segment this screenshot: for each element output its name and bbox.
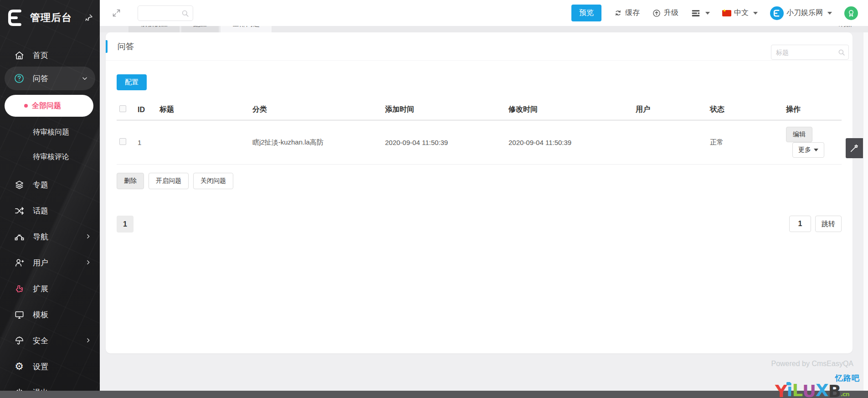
- refresh-icon: [614, 9, 622, 17]
- users-icon: [14, 257, 25, 268]
- cell-title: [157, 120, 250, 165]
- language-label: 中文: [734, 8, 749, 18]
- sidebar-item-navigation[interactable]: 导航: [0, 225, 100, 248]
- wm-letter: U: [802, 382, 816, 398]
- sidebar-item-users[interactable]: 用户: [0, 251, 100, 274]
- sidebar-subitem-label: 待审核评论: [33, 152, 69, 162]
- sidebar-item-qa[interactable]: 问答: [5, 67, 95, 90]
- topbar-search: [138, 5, 193, 21]
- tabstrip: 模板设置 配置 全部问题 刷新: [100, 26, 868, 32]
- sidebar-item-label: 安全: [33, 336, 85, 346]
- username-label: 小刀娱乐网: [786, 8, 823, 18]
- wm-letter: Y: [775, 382, 787, 398]
- sidebar-item-label: 导航: [33, 232, 85, 242]
- cell-category: 瞎j2扯淡-kuzhan.la高防: [250, 120, 382, 165]
- pagination: 1 跳转: [117, 216, 842, 233]
- page-number-button[interactable]: 1: [117, 216, 134, 233]
- select-all-checkbox[interactable]: [119, 105, 126, 112]
- caret-down-icon: [827, 12, 832, 15]
- cell-id: 1: [135, 120, 157, 165]
- search-icon[interactable]: [837, 48, 846, 57]
- magic-wand-icon: [849, 143, 859, 153]
- more-button[interactable]: 更多: [792, 142, 824, 158]
- sidebar-header: 管理后台: [0, 0, 100, 32]
- sidebar-subitem-label: 全部问题: [32, 101, 61, 111]
- question-circle-icon: [14, 73, 25, 84]
- preview-button[interactable]: 预览: [571, 5, 601, 21]
- upgrade-button[interactable]: 升级: [652, 8, 678, 18]
- sidebar-subitem-label: 待审核问题: [33, 128, 69, 137]
- server-stack-icon: [691, 8, 701, 18]
- sidebar-item-label: 设置: [33, 362, 92, 372]
- row-checkbox[interactable]: [119, 138, 126, 145]
- tab-config[interactable]: 配置: [181, 26, 219, 32]
- active-dot-icon: [24, 104, 28, 108]
- sidebar-menu: 首页 问答 全部问题 待审核问题 待审核评论 专题: [0, 44, 100, 398]
- chevron-down-icon: [82, 75, 88, 82]
- cache-button[interactable]: 缓存: [614, 8, 640, 18]
- umbrella-icon: [14, 335, 25, 346]
- questions-table: ID 标题 分类 添加时间 修改时间 用户 状态 操作 1 瞎j2扯淡-kuzh…: [117, 99, 842, 165]
- sidebar-subitem-all-questions[interactable]: 全部问题: [5, 95, 93, 117]
- title-search-input[interactable]: [771, 45, 848, 59]
- sidebar-item-topics[interactable]: 话题: [0, 199, 100, 222]
- tab-refresh[interactable]: 刷新: [839, 26, 853, 32]
- more-label: 更多: [798, 146, 811, 153]
- caret-down-icon: [814, 149, 818, 151]
- col-status: 状态: [707, 99, 783, 120]
- sidebar-item-label: 模板: [33, 310, 92, 320]
- sidebar-item-label: 首页: [33, 50, 92, 61]
- tab-all-questions[interactable]: 全部问题: [221, 26, 272, 32]
- shuffle-icon: [14, 205, 25, 216]
- jump-page-input[interactable]: [789, 216, 811, 232]
- col-user: 用户: [633, 99, 707, 120]
- cell-user: [633, 120, 707, 165]
- monitor-icon: [14, 309, 25, 320]
- page-title: 问答: [118, 41, 134, 52]
- scrollbar-track[interactable]: [863, 26, 868, 391]
- sidebar-item-label: 话题: [33, 206, 92, 216]
- chevron-right-icon: [85, 337, 92, 344]
- license-badge-button[interactable]: [844, 6, 858, 20]
- app-title: 管理后台: [30, 11, 84, 25]
- theme-wand-button[interactable]: [846, 138, 863, 158]
- award-rosette-icon: [847, 9, 856, 18]
- sidebar-subitem-pending-comments[interactable]: 待审核评论: [0, 146, 100, 168]
- sidebar-item-home[interactable]: 首页: [0, 44, 100, 67]
- sidebar-item-templates[interactable]: 模板: [0, 303, 100, 326]
- sidebar: 管理后台 首页 问答 全部问题 待审核问题 待: [0, 0, 100, 398]
- col-actions: 操作: [783, 99, 842, 120]
- tab-template-settings[interactable]: 模板设置: [128, 26, 180, 32]
- sidebar-item-security[interactable]: 安全: [0, 329, 100, 352]
- jump-button[interactable]: 跳转: [815, 216, 842, 232]
- search-icon[interactable]: [181, 9, 190, 18]
- upgrade-label: 升级: [664, 8, 678, 18]
- fullscreen-icon[interactable]: [112, 8, 121, 18]
- chevron-right-icon: [85, 259, 92, 266]
- edit-button[interactable]: 编辑: [786, 127, 812, 142]
- bottom-strip: [0, 391, 868, 398]
- layers-icon: [14, 179, 25, 190]
- close-question-button[interactable]: 关闭问题: [193, 173, 233, 189]
- col-category: 分类: [250, 99, 382, 120]
- topbar: 预览 缓存 升级 中文 小: [100, 0, 868, 26]
- cn-flag-icon: [722, 10, 731, 16]
- vector-path-icon: [14, 231, 25, 242]
- user-menu[interactable]: 小刀娱乐网: [770, 6, 832, 20]
- sidebar-item-settings[interactable]: ⚙ 设置: [0, 355, 100, 378]
- sidebar-subitem-pending-questions[interactable]: 待审核问题: [0, 121, 100, 143]
- pin-icon[interactable]: [84, 13, 93, 22]
- delete-button[interactable]: 删除: [117, 173, 144, 189]
- open-question-button[interactable]: 开启问题: [149, 173, 189, 189]
- wm-letter: i: [787, 381, 792, 398]
- sidebar-item-extensions[interactable]: 扩展: [0, 277, 100, 300]
- sidebar-item-topics-special[interactable]: 专题: [0, 173, 100, 196]
- sidebar-item-label: 问答: [33, 73, 82, 84]
- log-menu-button[interactable]: [691, 8, 710, 18]
- col-created: 添加时间: [382, 99, 506, 120]
- config-button[interactable]: 配置: [117, 74, 147, 90]
- home-icon: [14, 50, 25, 61]
- cache-label: 缓存: [625, 8, 640, 18]
- cell-created: 2020-09-04 11:50:39: [382, 120, 506, 165]
- language-selector[interactable]: 中文: [722, 8, 758, 18]
